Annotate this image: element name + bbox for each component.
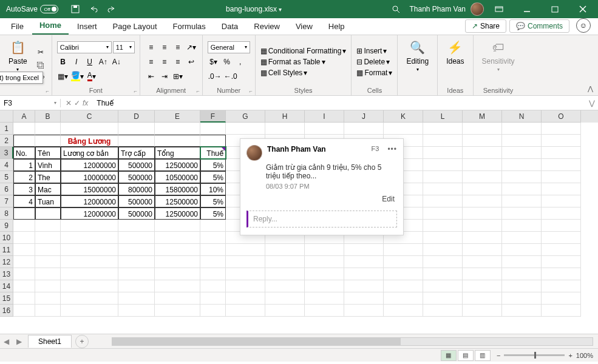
- cell[interactable]: [384, 280, 423, 292]
- cell[interactable]: Tuan: [35, 195, 61, 207]
- cell[interactable]: 800000: [118, 183, 155, 195]
- dialog-launcher-icon[interactable]: ⌐: [196, 88, 199, 94]
- cell[interactable]: [502, 123, 542, 135]
- font-color-icon[interactable]: A▾: [86, 70, 98, 83]
- col-header[interactable]: O: [542, 110, 581, 123]
- cell[interactable]: [542, 220, 581, 232]
- cell[interactable]: [542, 232, 581, 244]
- cell[interactable]: [305, 244, 344, 256]
- cell[interactable]: [542, 292, 581, 305]
- cell[interactable]: 500000: [118, 171, 155, 183]
- fx-icon[interactable]: fx: [83, 99, 88, 107]
- normal-view-icon[interactable]: ▦: [441, 350, 457, 361]
- cell[interactable]: Thuế: [200, 147, 226, 159]
- align-top-icon[interactable]: ≡: [145, 41, 157, 53]
- cell[interactable]: [542, 207, 581, 220]
- col-header[interactable]: K: [384, 110, 423, 123]
- row-header[interactable]: 7: [0, 195, 13, 207]
- decrease-indent-icon[interactable]: ⇤: [145, 70, 157, 83]
- cell[interactable]: [118, 268, 155, 280]
- cell[interactable]: [423, 256, 463, 268]
- sheet-nav-next-icon[interactable]: ▶: [13, 337, 25, 346]
- cell[interactable]: [265, 280, 305, 292]
- cell[interactable]: [226, 244, 265, 256]
- cell[interactable]: [61, 256, 118, 268]
- currency-icon[interactable]: $▾: [208, 56, 220, 68]
- sheet-tab[interactable]: Sheet1: [28, 335, 72, 348]
- cell[interactable]: [423, 268, 463, 280]
- cell[interactable]: [13, 207, 35, 220]
- cell[interactable]: [423, 159, 463, 171]
- fill-color-icon[interactable]: 🪣▾: [70, 70, 84, 83]
- number-format-select[interactable]: General▾: [208, 41, 250, 53]
- sheet-nav-prev-icon[interactable]: ◀: [0, 337, 13, 346]
- col-header[interactable]: L: [423, 110, 463, 123]
- row-header[interactable]: 6: [0, 183, 13, 195]
- ideas-button[interactable]: ⚡ Ideas: [443, 38, 467, 86]
- cell[interactable]: [502, 171, 542, 183]
- cell[interactable]: [61, 244, 118, 256]
- row-header[interactable]: 4: [0, 159, 13, 171]
- cell[interactable]: [226, 256, 265, 268]
- cell[interactable]: [118, 220, 155, 232]
- zoom-out-icon[interactable]: −: [497, 352, 500, 359]
- cell[interactable]: [226, 292, 265, 305]
- cell[interactable]: 1: [13, 159, 35, 171]
- cell[interactable]: [423, 280, 463, 292]
- select-all-corner[interactable]: [0, 110, 13, 123]
- col-header[interactable]: A: [13, 110, 35, 123]
- col-header[interactable]: N: [502, 110, 542, 123]
- cell[interactable]: 2: [13, 171, 35, 183]
- cell[interactable]: [502, 183, 542, 195]
- share-button[interactable]: ↗Share: [465, 19, 506, 33]
- cell[interactable]: 5%: [200, 159, 226, 171]
- increase-decimal-icon[interactable]: .0→: [208, 70, 222, 83]
- cell[interactable]: [423, 305, 463, 317]
- cell[interactable]: [542, 256, 581, 268]
- cell[interactable]: [118, 305, 155, 317]
- align-center-icon[interactable]: ≡: [158, 56, 171, 68]
- cell[interactable]: 5%: [200, 171, 226, 183]
- cell[interactable]: [502, 135, 542, 147]
- cell[interactable]: 500000: [118, 159, 155, 171]
- cell[interactable]: Lương cơ bản: [61, 147, 118, 159]
- format-as-table-button[interactable]: ▦ Format as Table ▾: [260, 58, 325, 66]
- cell[interactable]: [502, 256, 542, 268]
- cell[interactable]: [265, 305, 305, 317]
- redo-icon[interactable]: [103, 2, 120, 16]
- cell[interactable]: [463, 147, 502, 159]
- cell[interactable]: [502, 147, 542, 159]
- cell[interactable]: [463, 256, 502, 268]
- format-cells-button[interactable]: ▦ Format ▾: [356, 69, 392, 77]
- percent-icon[interactable]: %: [221, 56, 233, 68]
- cell[interactable]: [200, 244, 226, 256]
- cell[interactable]: Tên: [35, 147, 61, 159]
- cell[interactable]: 4: [13, 195, 35, 207]
- cell[interactable]: [35, 220, 61, 232]
- cell[interactable]: [155, 256, 200, 268]
- comma-icon[interactable]: ,: [234, 56, 246, 68]
- collapse-ribbon-icon[interactable]: ⋀: [588, 85, 593, 93]
- cell[interactable]: [423, 292, 463, 305]
- font-name-select[interactable]: Calibri▾: [57, 41, 112, 53]
- cell[interactable]: [200, 232, 226, 244]
- cell[interactable]: [542, 147, 581, 159]
- minimize-icon[interactable]: [514, 0, 540, 18]
- cell[interactable]: [344, 305, 384, 317]
- cell[interactable]: [118, 123, 155, 135]
- cell[interactable]: [35, 207, 61, 220]
- cell[interactable]: [502, 305, 542, 317]
- cell[interactable]: [423, 232, 463, 244]
- cell[interactable]: [265, 123, 305, 135]
- cell[interactable]: 10000000: [61, 171, 118, 183]
- cell[interactable]: [265, 268, 305, 280]
- cell[interactable]: [265, 256, 305, 268]
- cell[interactable]: 5%: [200, 195, 226, 207]
- cell[interactable]: [200, 135, 226, 147]
- cell[interactable]: [542, 135, 581, 147]
- cell[interactable]: [155, 123, 200, 135]
- cell[interactable]: [463, 135, 502, 147]
- comment-more-icon[interactable]: •••: [387, 145, 397, 161]
- zoom-in-icon[interactable]: +: [568, 352, 572, 359]
- undo-icon[interactable]: [85, 2, 102, 16]
